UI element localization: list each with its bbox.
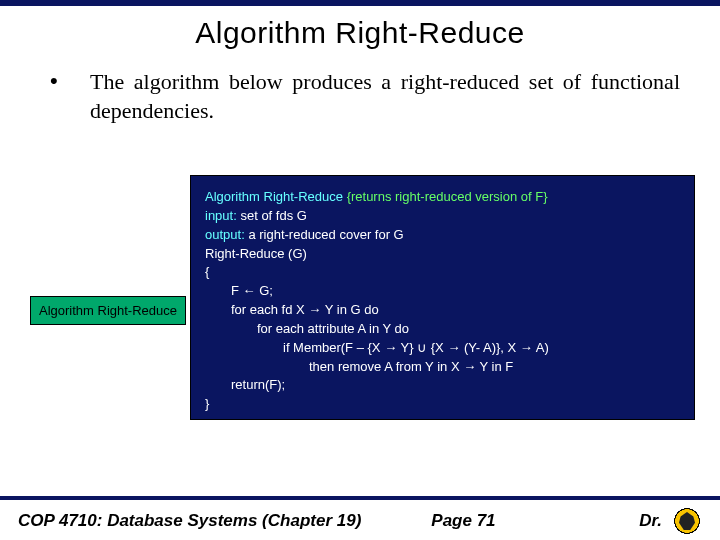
code-line-11: return(F); <box>205 376 680 395</box>
code-keyword: input: <box>205 208 237 223</box>
code-line-4: Right-Reduce (G) <box>205 245 680 264</box>
footer-author: Dr. <box>639 511 662 531</box>
code-line-5: { <box>205 263 680 282</box>
top-border <box>0 0 720 6</box>
code-line-7: for each fd X → Y in G do <box>205 301 680 320</box>
code-line-8: for each attribute A in Y do <box>205 320 680 339</box>
code-comment: {returns right-reduced version of F} <box>343 189 548 204</box>
footer-page: Page 71 <box>431 511 495 531</box>
code-keyword: Algorithm Right-Reduce <box>205 189 343 204</box>
code-text: a right-reduced cover for G <box>245 227 404 242</box>
ucf-logo-icon <box>672 506 702 536</box>
code-line-12: } <box>205 395 680 414</box>
code-line-6: F ← G; <box>205 282 680 301</box>
footer: COP 4710: Database Systems (Chapter 19) … <box>0 496 720 540</box>
code-line-9: if Member(F – {X → Y} ∪ {X → (Y- A)}, X … <box>205 339 680 358</box>
code-line-2: input: set of fds G <box>205 207 680 226</box>
code-line-3: output: a right-reduced cover for G <box>205 226 680 245</box>
code-line-1: Algorithm Right-Reduce {returns right-re… <box>205 188 680 207</box>
algorithm-label-text: Algorithm Right-Reduce <box>39 303 177 318</box>
code-text: set of fds G <box>237 208 307 223</box>
intro-row: • The algorithm below produces a right-r… <box>40 68 680 125</box>
code-line-10: then remove A from Y in X → Y in F <box>205 358 680 377</box>
bullet: • <box>40 68 90 125</box>
footer-course: COP 4710: Database Systems (Chapter 19) <box>18 511 361 531</box>
code-box: Algorithm Right-Reduce {returns right-re… <box>190 175 695 420</box>
code-keyword: output: <box>205 227 245 242</box>
slide-title: Algorithm Right-Reduce <box>0 16 720 50</box>
intro-text: The algorithm below produces a right-red… <box>90 68 680 125</box>
algorithm-label-box: Algorithm Right-Reduce <box>30 296 186 325</box>
